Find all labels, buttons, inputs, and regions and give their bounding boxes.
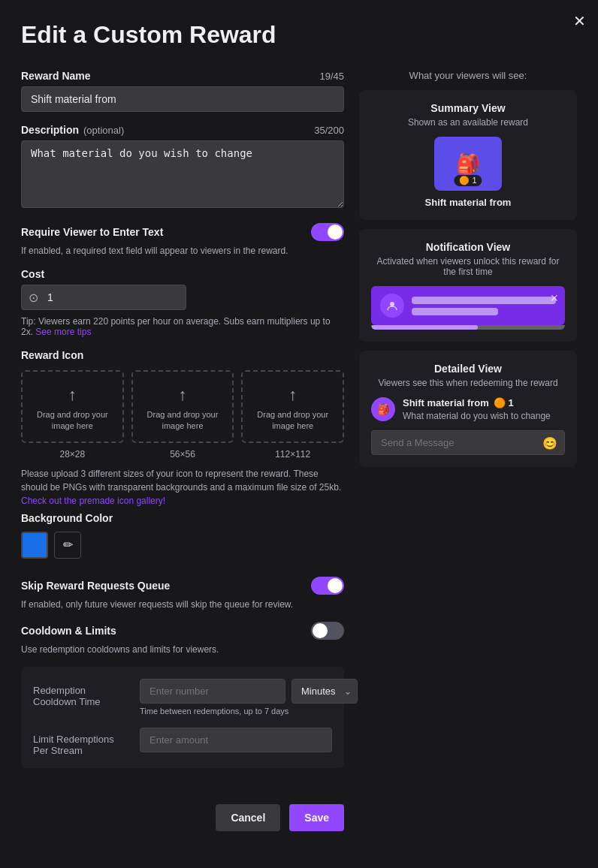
cooldown-thumb [313, 623, 328, 638]
modal: ✕ Edit a Custom Reward Reward Name 19/45… [0, 0, 598, 868]
see-more-tips-link[interactable]: See more tips [35, 327, 91, 337]
detailed-badge: 🟠 1 [494, 397, 514, 408]
upload-text-28: Drag and drop your image here [29, 409, 116, 432]
description-input[interactable]: What material do you wish to change [21, 140, 344, 208]
summary-badge: 🟠 1 [454, 175, 482, 186]
reward-name-counter: 19/45 [319, 71, 344, 82]
cooldown-number-input[interactable] [140, 679, 285, 704]
cooldown-toggle-row: Cooldown & Limits [21, 622, 344, 640]
icon-uploads: ↑ Drag and drop your image here ↑ Drag a… [21, 370, 344, 443]
upload-text-56: Drag and drop your image here [139, 409, 227, 432]
require-text-label: Require Viewer to Enter Text [21, 226, 163, 238]
background-color-section: Background Color ✏ [21, 512, 344, 559]
upload-text-112: Drag and drop your image here [249, 409, 337, 432]
time-unit-select[interactable]: Minutes Hours Days [291, 679, 358, 704]
cost-header: Cost [21, 268, 344, 280]
cooldown-input-row: Minutes Hours Days [140, 679, 358, 704]
summary-reward-name: Shift material from [371, 197, 565, 208]
color-pickers: ✏ [21, 532, 344, 559]
skip-queue-track[interactable] [311, 577, 344, 595]
notif-close[interactable]: ✕ [550, 292, 559, 304]
cooldown-time-row: Redemption Cooldown Time Minutes Hours D… [33, 679, 332, 716]
cooldown-hint: Time between redemptions, up to 7 days [140, 707, 358, 716]
require-text-toggle[interactable] [311, 223, 344, 241]
cooldown-time-label: Redemption Cooldown Time [33, 679, 131, 707]
limit-input[interactable] [140, 728, 332, 752]
require-text-thumb [328, 225, 343, 240]
skip-queue-thumb [328, 578, 343, 593]
summary-subtitle: Shown as an available reward [371, 117, 565, 128]
icon-size-labels: 28×28 56×56 112×112 [21, 449, 344, 460]
detailed-subtitle: Viewers see this when redeeming the rewa… [371, 378, 565, 388]
background-color-label: Background Color [21, 512, 344, 524]
message-emoji-icon: 😊 [542, 436, 557, 450]
detailed-avatar-emoji: 🎒 [377, 403, 390, 415]
detailed-name-row: Shift material from 🟠 1 [403, 397, 565, 408]
skip-queue-desc: If enabled, only future viewer requests … [21, 599, 344, 610]
icon-size-112: 112×112 [241, 449, 344, 460]
left-panel: Reward Name 19/45 Description(optional) … [21, 70, 344, 831]
skip-queue-label: Skip Reward Requests Queue [21, 580, 170, 592]
cooldown-desc: Use redemption cooldowns and limits for … [21, 644, 344, 655]
reward-icon-section: Reward Icon ↑ Drag and drop your image h… [21, 349, 344, 508]
message-input-wrap: 😊 [371, 430, 565, 455]
notification-subtitle: Activated when viewers unlock this rewar… [371, 256, 565, 277]
reward-icon-label: Reward Icon [21, 349, 344, 361]
cost-icon: ⊙ [29, 291, 38, 305]
detailed-view-card: Detailed View Viewers see this when rede… [359, 351, 577, 467]
notification-view-card: Notification View Activated when viewers… [359, 229, 577, 342]
right-panel: What your viewers will see: Summary View… [359, 70, 577, 831]
skip-queue-row: Skip Reward Requests Queue [21, 577, 344, 595]
icon-upload-56[interactable]: ↑ Drag and drop your image here [131, 370, 234, 443]
icon-size-56: 56×56 [131, 449, 234, 460]
content-layout: Reward Name 19/45 Description(optional) … [21, 70, 577, 831]
reward-name-header: Reward Name 19/45 [21, 70, 344, 82]
svg-point-0 [390, 302, 394, 306]
notif-line-2 [412, 308, 498, 315]
cooldown-fields: Redemption Cooldown Time Minutes Hours D… [21, 667, 344, 768]
reward-name-input[interactable] [21, 86, 344, 112]
notif-progress-fill [371, 325, 478, 330]
reward-name-label: Reward Name [21, 70, 91, 82]
notification-title: Notification View [371, 241, 565, 253]
description-counter: 35/200 [314, 125, 344, 136]
detailed-title: Detailed View [371, 363, 565, 375]
icon-upload-112[interactable]: ↑ Drag and drop your image here [241, 370, 344, 443]
cost-input-wrap: ⊙ [21, 285, 344, 310]
skip-queue-section: Skip Reward Requests Queue If enabled, o… [21, 577, 344, 610]
close-button[interactable]: ✕ [573, 12, 586, 30]
summary-title: Summary View [371, 102, 565, 114]
upload-arrow-56: ↑ [179, 385, 187, 405]
detailed-reward-name: Shift material from [403, 397, 489, 408]
icon-size-28: 28×28 [21, 449, 124, 460]
summary-icon-emoji: 🎒 [456, 152, 480, 176]
footer-buttons: Cancel Save [21, 792, 344, 831]
description-header: Description(optional) 35/200 [21, 124, 344, 136]
icon-upload-28[interactable]: ↑ Drag and drop your image here [21, 370, 124, 443]
color-swatch[interactable] [21, 532, 48, 559]
detailed-reward-row: 🎒 Shift material from 🟠 1 What material … [371, 397, 565, 421]
cooldown-label: Cooldown & Limits [21, 625, 116, 637]
summary-view-card: Summary View Shown as an available rewar… [359, 90, 577, 220]
detailed-desc: What material do you wish to change [403, 411, 565, 421]
require-text-track[interactable] [311, 223, 344, 241]
pencil-button[interactable]: ✏ [54, 532, 81, 559]
cooldown-section: Cooldown & Limits Use redemption cooldow… [21, 622, 344, 768]
limit-label: Limit Redemptions Per Stream [33, 728, 131, 756]
require-text-row: Require Viewer to Enter Text [21, 223, 344, 241]
icon-instructions: Please upload 3 different sizes of your … [21, 467, 344, 508]
save-button[interactable]: Save [289, 804, 344, 831]
cooldown-time-inputs: Minutes Hours Days Time between redempti… [140, 679, 358, 716]
skip-queue-toggle[interactable] [311, 577, 344, 595]
message-input[interactable] [371, 430, 565, 455]
cost-input[interactable] [21, 285, 186, 310]
cancel-button[interactable]: Cancel [216, 804, 280, 831]
detailed-avatar: 🎒 [371, 397, 395, 421]
icon-gallery-link[interactable]: Check out the premade icon gallery! [21, 496, 165, 506]
limit-inputs [140, 728, 332, 752]
notif-line-1 [412, 297, 556, 304]
cost-tip: Tip: Viewers earn 220 points per hour on… [21, 316, 344, 337]
cooldown-toggle[interactable] [311, 622, 344, 640]
detailed-info: Shift material from 🟠 1 What material do… [403, 397, 565, 421]
cooldown-track[interactable] [311, 622, 344, 640]
